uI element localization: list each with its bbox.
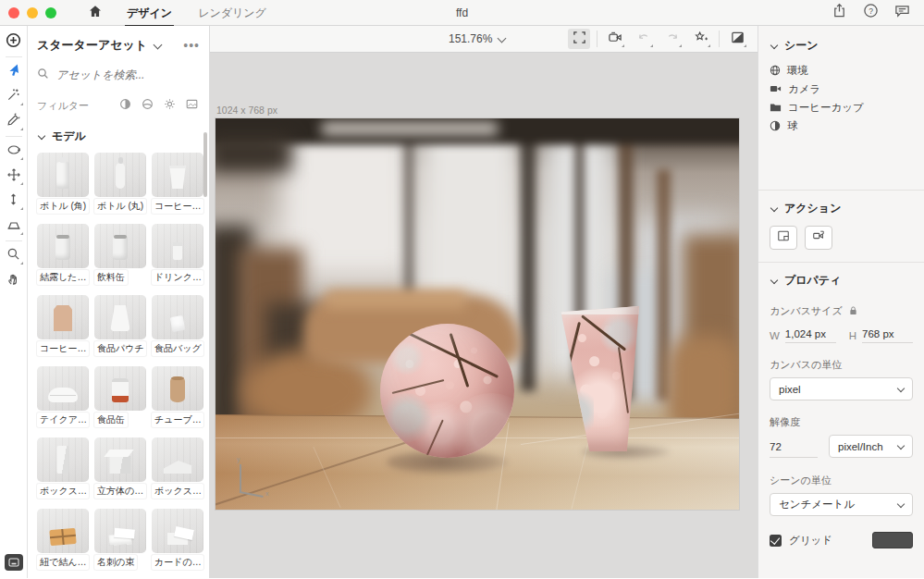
actions-section-header[interactable]: アクション bbox=[770, 201, 913, 216]
properties-section-header[interactable]: プロパティ bbox=[770, 273, 913, 289]
asset-tied-parcel[interactable]: 紐で結ん… bbox=[37, 509, 89, 573]
chevron-down-icon bbox=[897, 499, 905, 507]
star-camera-icon bbox=[694, 31, 708, 48]
grid-checkbox[interactable] bbox=[770, 535, 782, 547]
asset-coffee-cup[interactable]: コーヒー… bbox=[152, 153, 203, 217]
move-cross-icon bbox=[6, 167, 21, 186]
asset-tube[interactable]: チューブ… bbox=[152, 366, 203, 431]
zoom-tool[interactable] bbox=[2, 243, 26, 268]
material-filter-icon[interactable] bbox=[142, 97, 154, 114]
sphere-shading bbox=[380, 324, 514, 458]
actions-section: アクション bbox=[770, 191, 913, 262]
dolly-tool[interactable] bbox=[2, 189, 26, 214]
scene-item-sphere[interactable]: 球 bbox=[770, 120, 913, 132]
eyedropper-icon bbox=[6, 113, 20, 130]
asset-search-input[interactable] bbox=[56, 68, 195, 81]
zoom-dropdown[interactable]: 151.76% bbox=[449, 26, 505, 52]
photo-window-frame bbox=[403, 118, 414, 299]
horizon-tool[interactable] bbox=[2, 214, 26, 239]
zoom-window-button[interactable] bbox=[45, 7, 56, 18]
toggle-panel-button[interactable] bbox=[5, 554, 23, 571]
starter-assets-panel: スターターアセット ••• フィルター bbox=[28, 26, 210, 578]
add-content-button[interactable] bbox=[2, 30, 26, 55]
scene-item-coffee-cup-group[interactable]: コーヒーカップ bbox=[770, 102, 913, 114]
magnifier-icon bbox=[6, 247, 20, 265]
redo-button[interactable] bbox=[661, 29, 684, 49]
minimize-window-button[interactable] bbox=[27, 7, 38, 18]
models-section-header[interactable]: モデル bbox=[37, 129, 209, 144]
app-window: デザイン レンダリング ffd ? bbox=[0, 0, 924, 579]
help-button[interactable]: ? bbox=[861, 4, 880, 22]
sample-eyedropper-tool[interactable] bbox=[2, 109, 26, 134]
viewport[interactable]: 1024 x 768 px bbox=[210, 53, 758, 578]
asset-business-cards[interactable]: 名刺の束 bbox=[94, 509, 146, 573]
tab-design[interactable]: デザイン bbox=[121, 0, 178, 26]
window-controls bbox=[8, 7, 56, 18]
tool-rail bbox=[0, 26, 28, 578]
asset-coffee-bag[interactable]: コーヒー… bbox=[37, 295, 89, 360]
asset-cube-box[interactable]: 立方体の… bbox=[94, 437, 146, 502]
undo-button[interactable] bbox=[633, 29, 655, 49]
panel-menu-button[interactable]: ••• bbox=[183, 38, 200, 53]
asset-grid: ボトル (角) ボトル (丸) コーヒー… 結露した… 飲料缶 ドリンク… コー… bbox=[37, 153, 209, 578]
asset-drink-can[interactable]: 飲料缶 bbox=[94, 224, 146, 289]
orbit-tool[interactable] bbox=[2, 139, 26, 164]
scene-section-header[interactable]: シーン bbox=[770, 38, 913, 54]
tool-separator bbox=[6, 56, 22, 57]
asset-drink-carton[interactable]: ドリンク… bbox=[152, 224, 203, 289]
chevron-down-icon bbox=[770, 203, 778, 211]
grid-color-swatch[interactable] bbox=[872, 532, 913, 548]
chevron-down-icon bbox=[897, 441, 905, 449]
asset-box-tall[interactable]: ボックス… bbox=[37, 437, 89, 502]
asset-bottle-round[interactable]: ボトル (丸) bbox=[94, 153, 146, 217]
canvas-unit-dropdown[interactable]: pixel bbox=[770, 377, 913, 400]
canvas-size-label: 1024 x 768 px bbox=[216, 105, 277, 116]
resize-canvas-button[interactable] bbox=[770, 226, 797, 250]
height-input[interactable]: 768 px bbox=[862, 328, 913, 343]
sphere-object[interactable] bbox=[380, 324, 514, 458]
asset-cold-can[interactable]: 結露した… bbox=[37, 224, 89, 289]
home-button[interactable] bbox=[84, 2, 106, 24]
chevron-down-icon bbox=[154, 40, 163, 49]
select-tool[interactable] bbox=[2, 59, 26, 84]
asset-box-wedge[interactable]: ボックス… bbox=[152, 437, 203, 502]
camera-bookmark-button[interactable] bbox=[604, 29, 626, 49]
scene-unit-dropdown[interactable]: センチメートル bbox=[770, 493, 913, 516]
model-filter-icon[interactable] bbox=[119, 97, 131, 114]
frame-selection-button[interactable] bbox=[568, 29, 590, 49]
share-button[interactable] bbox=[830, 4, 848, 22]
render-preview-button[interactable] bbox=[726, 29, 748, 49]
image-filter-icon[interactable] bbox=[186, 97, 198, 114]
x-axis-label: x bbox=[265, 490, 269, 497]
scene-item-camera[interactable]: カメラ bbox=[770, 83, 913, 95]
match-camera-button[interactable] bbox=[805, 226, 832, 250]
camera-bookmark-icon bbox=[608, 31, 622, 48]
assets-scrollbar[interactable] bbox=[203, 132, 207, 197]
scene-photo[interactable]: y x bbox=[216, 118, 739, 510]
feedback-icon bbox=[894, 3, 910, 22]
hand-tool[interactable] bbox=[2, 268, 26, 293]
tab-render[interactable]: レンダリング bbox=[192, 0, 272, 26]
light-filter-icon[interactable] bbox=[164, 97, 176, 114]
magic-wand-tool[interactable] bbox=[2, 84, 26, 109]
asset-food-can[interactable]: 食品缶 bbox=[94, 366, 146, 431]
resolution-unit-dropdown[interactable]: pixel/Inch bbox=[829, 435, 913, 458]
pan-tool[interactable] bbox=[2, 164, 26, 189]
assets-panel-title[interactable]: スターターアセット bbox=[37, 37, 147, 54]
asset-bottle-square[interactable]: ボトル (角) bbox=[37, 153, 89, 217]
scene-item-environment[interactable]: 環境 bbox=[770, 65, 913, 77]
orbit-icon bbox=[6, 142, 21, 161]
asset-card-stack[interactable]: カードの… bbox=[152, 509, 203, 573]
close-window-button[interactable] bbox=[8, 7, 19, 18]
lock-icon[interactable] bbox=[849, 302, 857, 319]
search-icon bbox=[37, 67, 49, 83]
width-input[interactable]: 1,024 px bbox=[785, 328, 836, 343]
asset-food-bag[interactable]: 食品バッグ bbox=[152, 295, 203, 360]
asset-food-pouch[interactable]: 食品パウチ bbox=[94, 295, 146, 360]
canvas-area: 151.76% bbox=[210, 26, 758, 578]
resolution-input[interactable]: 72 bbox=[770, 441, 818, 458]
add-bookmark-button[interactable] bbox=[690, 29, 712, 49]
feedback-button[interactable] bbox=[893, 4, 911, 22]
scene-section: シーン 環境 カメラ bbox=[770, 26, 913, 190]
asset-takeout-box[interactable]: テイクア… bbox=[37, 366, 89, 431]
